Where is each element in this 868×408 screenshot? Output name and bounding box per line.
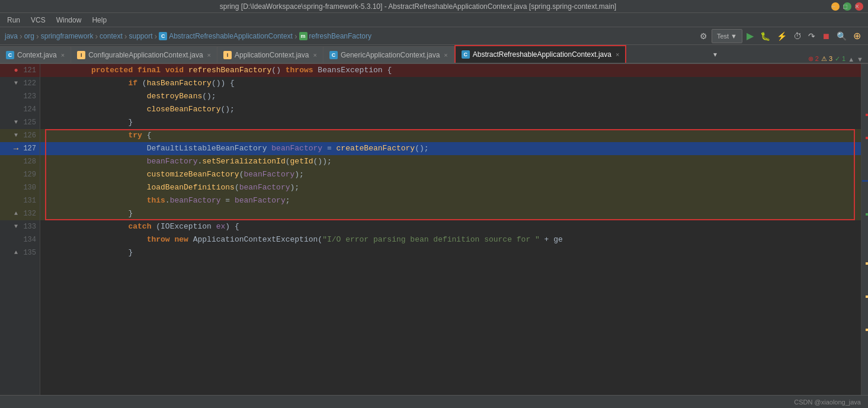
close-icon[interactable]: × — [855, 2, 863, 11]
fold-icon-125[interactable]: ▼ — [12, 118, 20, 127]
line-num-133: 133 — [22, 220, 36, 233]
breadcrumb-method[interactable]: refreshBeanFactory — [309, 32, 371, 40]
tab-dropdown[interactable]: ▾ — [709, 46, 722, 63]
tab-context-icon: C — [6, 51, 14, 59]
tab-generic-label: GenericApplicationContext.java — [341, 51, 440, 59]
ide-window: spring [D:\IdeaWorkspace\spring-framewor… — [0, 0, 868, 408]
tab-generic-close[interactable]: × — [444, 52, 447, 59]
breadcrumb-context[interactable]: context — [100, 32, 123, 40]
breadcrumb-method-icon: m — [299, 31, 308, 40]
gutter-line-124: 124 — [0, 103, 40, 116]
update-icon[interactable]: ⊕ — [851, 29, 863, 43]
gutter-line-129: 129 — [0, 168, 40, 181]
gutter-spacer-129 — [12, 171, 20, 179]
bc-sep5: › — [154, 31, 157, 41]
line-number-gutter: ● 121 ▼ 122 123 124 ▼ 125 — [0, 64, 40, 395]
gutter-spacer-134 — [12, 236, 20, 244]
menu-vcs[interactable]: VCS — [26, 15, 50, 25]
bc-sep3: › — [95, 31, 98, 41]
scroll-up-icon[interactable]: ▲ — [848, 56, 854, 63]
tab-context-close[interactable]: × — [61, 52, 65, 59]
gutter-line-128: 128 — [0, 155, 40, 168]
warning-marker-1 — [866, 262, 868, 265]
gutter-line-125: ▼ 125 — [0, 116, 40, 129]
line-num-128: 128 — [22, 155, 36, 168]
gutter-spacer-131 — [12, 197, 20, 205]
line-num-130: 130 — [22, 181, 36, 194]
menu-bar: Run VCS Window Help — [0, 13, 868, 27]
breadcrumb-toolbar-row: java › org › springframework › context ›… — [0, 27, 868, 45]
breadcrumb-org[interactable]: org — [24, 32, 34, 40]
warning-count[interactable]: ⚠ 3 — [821, 55, 832, 63]
gutter-spacer-130 — [12, 184, 20, 192]
tab-configurable-close[interactable]: × — [207, 52, 211, 59]
run-config-label: Test — [717, 33, 729, 40]
tab-configurable[interactable]: I ConfigurableApplicationContext.java × — [71, 46, 217, 63]
line-num-134: 134 — [22, 233, 36, 246]
tab-bar: C Context.java × I ConfigurableApplicati… — [0, 45, 868, 64]
gutter-spacer-123 — [12, 92, 20, 101]
current-line-marker — [862, 180, 868, 182]
minimize-icon[interactable]: − — [831, 2, 840, 11]
run-config-selector[interactable]: Test ▼ — [712, 29, 742, 43]
ok-count[interactable]: ✓ 1 — [835, 55, 845, 63]
gutter-line-132: ▲ 132 — [0, 207, 40, 220]
tab-appcontext-close[interactable]: × — [313, 52, 316, 59]
gutter-line-133: ▼ 133 — [0, 220, 40, 233]
gutter-line-121: ● 121 — [0, 64, 40, 77]
bc-sep1: › — [20, 31, 23, 41]
menu-run[interactable]: Run — [2, 15, 25, 25]
step-over-icon[interactable]: ↷ — [806, 30, 818, 42]
tab-appcontext[interactable]: I ApplicationContext.java × — [217, 46, 324, 63]
line-num-132: 132 — [22, 207, 36, 220]
fold-icon-122[interactable]: ▼ — [12, 79, 20, 88]
code-line-135: } — [40, 246, 861, 259]
fold-icon-133[interactable]: ▼ — [12, 223, 20, 231]
tab-abstract-close[interactable]: × — [616, 51, 619, 58]
bc-sep2: › — [36, 31, 39, 41]
profile-icon[interactable]: ⏱ — [791, 30, 804, 42]
run-icon[interactable]: ▶ — [744, 29, 756, 43]
gutter-line-122: ▼ 122 — [0, 77, 40, 90]
breadcrumb: java › org › springframework › context ›… — [0, 31, 693, 41]
bc-sep4: › — [124, 31, 127, 41]
debug-icon[interactable]: 🐛 — [758, 30, 773, 42]
settings-icon[interactable]: ⚙ — [697, 30, 710, 42]
error-count[interactable]: ⊗ 2 — [808, 55, 819, 63]
tab-configurable-icon: I — [77, 51, 85, 59]
error-marker-1 — [866, 114, 868, 116]
search-icon[interactable]: 🔍 — [834, 30, 849, 42]
line-num-129: 129 — [22, 168, 36, 181]
window-controls: − □ × — [831, 2, 863, 11]
right-gutter — [861, 64, 868, 395]
breadcrumb-class[interactable]: AbstractRefreshableApplicationContext — [169, 32, 293, 40]
menu-window[interactable]: Window — [52, 15, 87, 25]
scroll-down-icon[interactable]: ▼ — [857, 56, 863, 63]
code-line-131: this.beanFactory = beanFactory; — [40, 194, 861, 207]
gutter-line-135: ▲ 135 — [0, 246, 40, 259]
gutter-line-123: 123 — [0, 90, 40, 103]
fold-icon-135[interactable]: ▲ — [12, 249, 20, 257]
breadcrumb-support[interactable]: support — [129, 32, 152, 40]
coverage-icon[interactable]: ⚡ — [774, 30, 789, 42]
tab-context[interactable]: C Context.java × — [0, 46, 71, 63]
line-num-121: 121 — [22, 64, 36, 77]
gutter-line-131: 131 — [0, 194, 40, 207]
maximize-icon[interactable]: □ — [843, 2, 851, 11]
code-content: protected final void refreshBeanFactory(… — [40, 64, 861, 395]
tab-generic[interactable]: C GenericApplicationContext.java × — [324, 46, 454, 63]
breadcrumb-java[interactable]: java — [5, 32, 18, 40]
fold-icon-126[interactable]: ▼ — [12, 131, 20, 140]
code-line-134: throw new ApplicationContextException("I… — [40, 233, 861, 246]
dropdown-arrow-icon: ▼ — [731, 33, 737, 40]
breadcrumb-springframework[interactable]: springframework — [41, 32, 94, 40]
fold-icon-132[interactable]: ▲ — [12, 210, 20, 218]
menu-help[interactable]: Help — [87, 15, 111, 25]
breakpoint-icon-121[interactable]: ● — [12, 66, 20, 75]
line-num-126: 126 — [22, 129, 36, 142]
gutter-line-126: ▼ 126 — [0, 129, 40, 142]
gutter-line-134: 134 — [0, 233, 40, 246]
stop-icon[interactable]: ⏹ — [819, 30, 832, 42]
tab-abstract-refreshable[interactable]: C AbstractRefreshableApplicationContext.… — [454, 45, 627, 63]
code-line-124: closeBeanFactory(); — [40, 103, 861, 116]
